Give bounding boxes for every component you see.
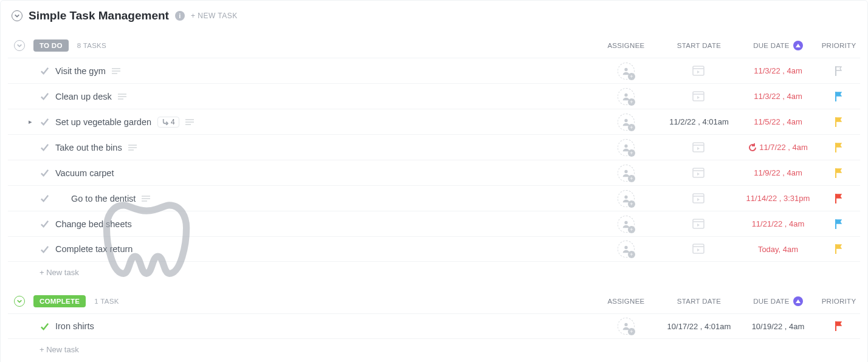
- assignee-button[interactable]: +: [618, 63, 635, 80]
- column-start-date[interactable]: START DATE: [660, 298, 739, 305]
- due-date[interactable]: 11/21/22 , 4am: [752, 219, 805, 228]
- assignee-button[interactable]: +: [618, 88, 635, 105]
- column-due-date[interactable]: DUE DATE: [739, 41, 818, 50]
- due-date[interactable]: 11/3/22 , 4am: [754, 92, 802, 101]
- start-date-button[interactable]: [692, 217, 706, 231]
- assignee-button[interactable]: +: [618, 241, 635, 258]
- status-pill[interactable]: TO DO: [33, 39, 69, 52]
- column-priority[interactable]: PRIORITY: [818, 298, 860, 305]
- start-date[interactable]: 11/2/22 , 4:01am: [669, 117, 729, 126]
- task-row[interactable]: Take out the bins + 11/7/22 , 4am: [8, 134, 860, 160]
- group-todo: TO DO 8 TASKS ASSIGNEE START DATE DUE DA…: [8, 37, 860, 281]
- plus-icon: +: [628, 251, 635, 258]
- complete-check-icon[interactable]: [40, 321, 49, 331]
- task-name[interactable]: Take out the bins: [55, 143, 122, 152]
- task-name[interactable]: Clean up desk: [55, 92, 112, 101]
- collapse-group-icon[interactable]: [14, 296, 25, 307]
- new-task-row[interactable]: + New task: [8, 339, 860, 358]
- list-header: Simple Task Management i + NEW TASK: [8, 9, 860, 22]
- start-date[interactable]: 10/17/22 , 4:01am: [667, 322, 731, 331]
- task-name[interactable]: Iron shirts: [55, 321, 94, 331]
- info-icon[interactable]: i: [175, 11, 185, 21]
- priority-flag-icon[interactable]: [834, 142, 844, 153]
- task-row[interactable]: Iron shirts + 10/17/22 , 4:01am 10/19/22…: [8, 313, 860, 339]
- group-header: COMPLETE 1 TASK ASSIGNEE START DATE DUE …: [8, 293, 860, 313]
- assignee-button[interactable]: +: [618, 165, 635, 182]
- expand-subtasks-icon[interactable]: ▸: [29, 118, 33, 126]
- priority-flag-icon[interactable]: [834, 91, 844, 102]
- collapse-group-icon[interactable]: [14, 40, 25, 51]
- subtask-count-chip[interactable]: 4: [157, 117, 179, 128]
- complete-check-icon[interactable]: [40, 244, 49, 254]
- complete-check-icon[interactable]: [40, 117, 49, 127]
- assignee-button[interactable]: +: [618, 216, 635, 233]
- start-date-button[interactable]: [692, 141, 706, 154]
- complete-check-icon[interactable]: [40, 219, 49, 229]
- description-icon[interactable]: [112, 66, 120, 76]
- task-count: 1 TASK: [94, 298, 119, 305]
- plus-icon: +: [628, 149, 635, 157]
- priority-flag-icon[interactable]: [834, 244, 844, 254]
- sort-asc-icon[interactable]: [793, 296, 803, 306]
- plus-icon: +: [628, 226, 635, 233]
- column-due-date[interactable]: DUE DATE: [739, 296, 818, 306]
- start-date-button[interactable]: [692, 90, 706, 103]
- plus-icon: +: [628, 328, 635, 335]
- start-date-button[interactable]: [692, 242, 706, 256]
- assignee-button[interactable]: +: [618, 318, 635, 335]
- start-date-button[interactable]: [692, 64, 706, 78]
- plus-icon: +: [628, 73, 635, 80]
- start-date-button[interactable]: [692, 166, 706, 180]
- task-name[interactable]: Visit the gym: [55, 66, 106, 76]
- group-complete: COMPLETE 1 TASK ASSIGNEE START DATE DUE …: [8, 293, 860, 358]
- column-assignee[interactable]: ASSIGNEE: [593, 298, 660, 305]
- sort-asc-icon[interactable]: [793, 41, 803, 50]
- task-row[interactable]: Visit the gym + 11/3/22 , 4am: [8, 58, 860, 83]
- priority-flag-icon[interactable]: [834, 168, 844, 179]
- description-icon[interactable]: [128, 143, 137, 152]
- complete-check-icon[interactable]: [40, 168, 49, 178]
- plus-icon: +: [628, 124, 635, 131]
- complete-check-icon[interactable]: [40, 143, 49, 152]
- list-title[interactable]: Simple Task Management: [29, 9, 169, 22]
- recurring-icon: [748, 143, 757, 152]
- tooth-icon: [55, 194, 65, 203]
- task-row[interactable]: Clean up desk + 11/3/22 , 4am: [8, 83, 860, 109]
- assignee-button[interactable]: +: [618, 114, 635, 131]
- due-date[interactable]: 11/3/22 , 4am: [754, 66, 802, 75]
- due-date[interactable]: 11/14/22 , 3:31pm: [746, 194, 810, 203]
- priority-flag-icon[interactable]: [834, 219, 844, 230]
- priority-flag-icon[interactable]: [834, 321, 844, 332]
- priority-flag-icon[interactable]: [834, 193, 844, 204]
- priority-flag-icon[interactable]: [834, 117, 844, 128]
- assignee-button[interactable]: +: [618, 139, 635, 156]
- due-date[interactable]: 11/9/22 , 4am: [754, 168, 802, 177]
- description-icon[interactable]: [118, 92, 126, 101]
- group-header: TO DO 8 TASKS ASSIGNEE START DATE DUE DA…: [8, 37, 860, 58]
- collapse-list-icon[interactable]: [12, 10, 22, 21]
- complete-check-icon[interactable]: [40, 194, 49, 203]
- plus-icon: +: [628, 200, 635, 208]
- task-count: 8 TASKS: [77, 42, 106, 49]
- due-date[interactable]: 11/7/22 , 4am: [759, 143, 808, 152]
- column-priority[interactable]: PRIORITY: [818, 42, 860, 49]
- column-start-date[interactable]: START DATE: [660, 42, 739, 49]
- complete-check-icon[interactable]: [40, 66, 49, 76]
- task-name[interactable]: Set up vegetable garden: [55, 117, 151, 127]
- task-row[interactable]: Vacuum carpet + 11/9/22 , 4am: [8, 160, 860, 185]
- due-date[interactable]: Today, 4am: [758, 245, 798, 254]
- complete-check-icon[interactable]: [40, 92, 49, 101]
- status-pill[interactable]: COMPLETE: [33, 295, 86, 307]
- assignee-button[interactable]: +: [618, 190, 635, 207]
- due-date[interactable]: 11/5/22 , 4am: [754, 117, 802, 126]
- task-name[interactable]: Vacuum carpet: [55, 168, 114, 178]
- column-assignee[interactable]: ASSIGNEE: [593, 42, 660, 49]
- due-date[interactable]: 10/19/22 , 4am: [752, 322, 805, 331]
- priority-flag-icon[interactable]: [834, 66, 844, 77]
- task-row[interactable]: ▸Set up vegetable garden4 + 11/2/22 , 4:…: [8, 109, 860, 134]
- task-row[interactable]: Go to the dentist + 11/14/22 , 3:31pm: [8, 185, 860, 211]
- start-date-button[interactable]: [692, 192, 706, 205]
- plus-icon: +: [628, 175, 635, 182]
- description-icon[interactable]: [185, 117, 194, 127]
- new-task-button[interactable]: + NEW TASK: [191, 12, 238, 20]
